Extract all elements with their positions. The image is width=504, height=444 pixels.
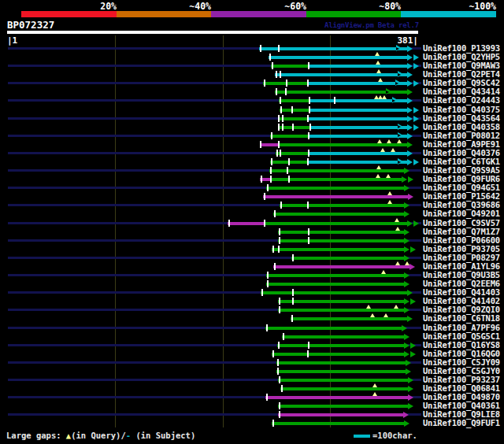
uniref-label[interactable]: UniRef100_A7PF96 — [423, 324, 500, 332]
end-arrow-icon — [407, 116, 413, 122]
alignment-bar-segment[interactable] — [266, 274, 404, 277]
scale-swatch-icon — [354, 435, 370, 438]
alignment-bar-segment[interactable] — [265, 327, 402, 330]
alignment-bar-segment[interactable] — [307, 161, 407, 164]
end-arrow-icon — [408, 194, 413, 200]
segment-boundary-tick — [264, 220, 265, 227]
segment-boundary-tick — [288, 158, 290, 165]
alignment-bar-segment[interactable] — [261, 291, 407, 294]
end-arrow-icon — [408, 394, 413, 401]
uniref-label[interactable]: UniRef100_Q5G5C1 — [423, 332, 500, 341]
query-gap-triangle-icon — [372, 392, 377, 396]
alignment-bar-segment[interactable] — [278, 379, 408, 382]
alignment-bar-segment[interactable] — [307, 82, 407, 85]
segment-boundary-tick — [279, 376, 280, 383]
alignment-bar-segment[interactable] — [276, 361, 406, 364]
alignment-bar-segment[interactable] — [270, 135, 308, 138]
query-gap-triangle-icon — [372, 383, 377, 387]
alignment-bar-segment[interactable] — [282, 335, 404, 339]
segment-boundary-tick — [288, 176, 290, 183]
segment-boundary-tick — [282, 115, 284, 122]
alignment-bar-segment[interactable] — [265, 396, 408, 399]
alignment-bar-segment[interactable] — [278, 231, 404, 234]
segment-boundary-tick — [274, 263, 276, 270]
alignment-bar-segment[interactable] — [307, 117, 407, 120]
alignment-bar-segment[interactable] — [272, 422, 404, 425]
legend-label-20: 20% — [100, 1, 117, 12]
alignment-bar-segment[interactable] — [278, 309, 404, 312]
end-arrow-icon — [410, 342, 416, 349]
uniref-label[interactable]: UniRef100_O24443 — [423, 96, 500, 105]
alignment-bar-segment[interactable] — [271, 65, 308, 68]
alignment-bar-segment[interactable] — [269, 169, 404, 172]
alignment-bar-segment[interactable] — [277, 344, 404, 347]
uniref-label[interactable]: UniRef100_O49201 — [423, 209, 500, 218]
end-arrow-icon — [407, 46, 413, 52]
query-gap-triangle-icon — [376, 165, 381, 169]
alignment-bar-segment[interactable] — [278, 300, 404, 303]
alignment-bar-segment[interactable] — [309, 109, 407, 112]
alignment-bar-segment[interactable] — [278, 413, 403, 416]
uniref-label[interactable]: UniRef100_C9SV57 — [423, 219, 500, 228]
alignment-bar-segment[interactable] — [259, 47, 407, 50]
alignment-bar-segment[interactable] — [272, 353, 404, 356]
alignment-bar-segment[interactable] — [278, 239, 404, 242]
alignment-bar-segment[interactable] — [276, 370, 406, 373]
alignment-bar-segment[interactable] — [263, 195, 408, 198]
segment-boundary-tick — [266, 394, 268, 401]
end-arrow-icon — [407, 63, 413, 69]
alignment-bar-segment[interactable] — [291, 317, 407, 320]
alignment-bar-segment[interactable] — [308, 135, 407, 138]
uniref-label[interactable]: UniRef100_Q43564 — [423, 114, 500, 123]
segment-boundary-tick — [292, 298, 294, 305]
query-gap-triangle-icon — [376, 69, 381, 73]
query-sequence-bar — [7, 31, 418, 34]
query-gap-triangle-icon — [366, 305, 371, 309]
query-gap-triangle-icon — [386, 174, 391, 178]
segment-boundary-tick — [280, 97, 281, 104]
segment-boundary-tick — [276, 150, 278, 157]
alignment-bar-segment[interactable] — [272, 248, 404, 251]
segment-boundary-tick — [308, 132, 309, 139]
alignment-bar-segment[interactable] — [280, 204, 404, 207]
uniref-label[interactable]: UniRef100_Q40375 — [423, 105, 500, 114]
alignment-bar-segment[interactable] — [280, 387, 408, 390]
segment-boundary-tick — [279, 402, 280, 409]
alignment-bar-segment[interactable] — [273, 213, 404, 216]
legend-color-segment — [401, 11, 496, 17]
alignment-bar-segment[interactable] — [280, 109, 309, 112]
uniref-label[interactable]: UniRef100_C6TN18 — [423, 314, 500, 323]
segment-boundary-tick — [286, 80, 287, 87]
alignment-bar-segment[interactable] — [269, 56, 407, 59]
alignment-bar-segment[interactable] — [273, 265, 410, 268]
alignment-bar-segment[interactable] — [275, 73, 407, 76]
alignment-bar-segment[interactable] — [264, 222, 407, 225]
segment-boundary-tick — [308, 228, 309, 235]
end-arrow-icon — [407, 98, 413, 104]
segment-boundary-tick — [334, 97, 335, 104]
open-arrow-icon-inner — [392, 99, 395, 102]
alignment-bar-segment[interactable] — [308, 152, 407, 155]
watermark-text: AlignView.pm Beta rel.7 — [324, 21, 419, 29]
alignment-bar-segment[interactable] — [309, 126, 407, 129]
alignment-bar-segment[interactable] — [291, 257, 404, 260]
uniref-label[interactable]: UniRef100_Q9FUF1 — [423, 419, 500, 427]
alignment-bar-segment[interactable] — [278, 405, 408, 408]
alignment-bar-segment[interactable] — [228, 222, 264, 225]
alignment-bar-segment[interactable] — [279, 99, 309, 102]
uniref-label[interactable]: UniRef100_Q7M1Z7 — [423, 228, 500, 236]
gaps-label-prefix: Large gaps: — [6, 431, 66, 440]
segment-boundary-tick — [280, 202, 282, 209]
alignment-bar-segment[interactable] — [308, 65, 407, 68]
alignment-bar-segment[interactable] — [263, 82, 307, 85]
end-arrow-icon — [404, 307, 410, 313]
alignment-bar-segment[interactable] — [266, 283, 404, 286]
end-arrow-icon — [408, 403, 413, 409]
alignment-bar-segment[interactable] — [270, 178, 402, 181]
legend-color-segment — [117, 11, 212, 17]
alignment-bar-segment[interactable] — [260, 143, 278, 146]
uniref-label[interactable]: UniRef100_Q16YS8 — [423, 341, 500, 350]
alignment-bar-segment[interactable] — [266, 187, 404, 190]
alignment-bar-segment[interactable] — [278, 143, 407, 146]
alignment-row: UniRef100_O49201 — [0, 209, 504, 218]
